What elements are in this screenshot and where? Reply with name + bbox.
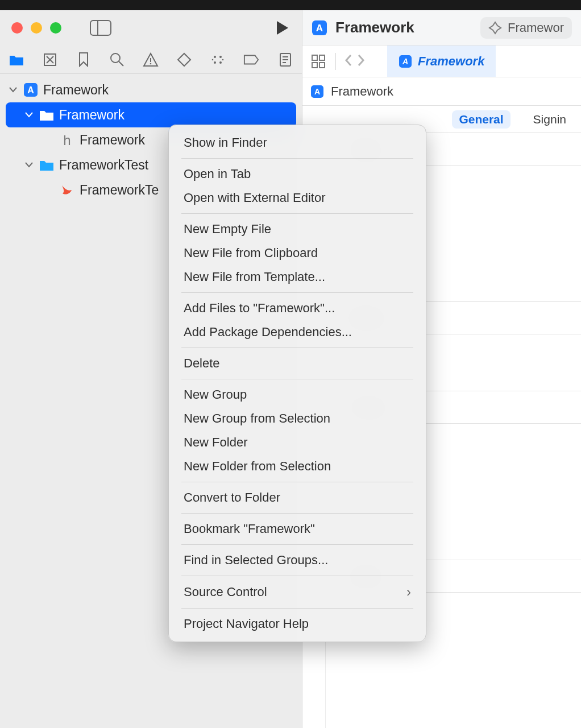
window-titlebar xyxy=(0,10,302,46)
svg-point-5 xyxy=(111,53,120,63)
swift-file-icon xyxy=(59,182,75,198)
menu-item[interactable]: New Empty File xyxy=(169,217,426,241)
sidebar-toggle-icon[interactable] xyxy=(90,20,111,36)
menu-item-label: Source Control xyxy=(184,585,267,599)
svg-rect-24 xyxy=(312,55,317,60)
source-control-navigator-icon[interactable] xyxy=(43,52,58,68)
editor-path-bar: A Framework xyxy=(302,46,581,77)
breakpoint-navigator-icon[interactable] xyxy=(243,52,259,68)
folder-icon xyxy=(39,107,55,123)
xcode-project-icon: A xyxy=(23,82,39,98)
menu-item[interactable]: Bookmark "Framework" xyxy=(169,517,426,541)
menu-item-label: Delete xyxy=(184,356,220,371)
scheme-icon xyxy=(488,21,502,35)
xcode-project-icon: A xyxy=(399,55,412,68)
tree-label: FrameworkTest xyxy=(59,158,148,173)
chevron-down-icon[interactable] xyxy=(8,85,18,95)
svg-text:A: A xyxy=(316,23,323,34)
menu-item[interactable]: Project Navigator Help xyxy=(169,612,426,636)
editor-toolbar: A Framework Framewor xyxy=(302,10,581,46)
menu-item-label: New Folder from Selection xyxy=(184,459,331,474)
menu-divider xyxy=(181,544,413,545)
nav-forward-button[interactable] xyxy=(356,53,366,69)
xcode-project-icon: A xyxy=(310,85,324,98)
svg-point-12 xyxy=(219,61,222,64)
svg-point-10 xyxy=(219,56,222,58)
editor-tab-label: Framework xyxy=(418,54,484,69)
menu-item-label: Show in Finder xyxy=(184,135,267,150)
menu-item[interactable]: Add Files to "Framework"... xyxy=(169,296,426,320)
menu-item-label: Bookmark "Framework" xyxy=(184,522,315,536)
find-navigator-icon[interactable] xyxy=(109,52,125,68)
header-file-icon: h xyxy=(59,132,75,148)
menu-item-label: Convert to Folder xyxy=(184,490,280,505)
menu-item[interactable]: New Group from Selection xyxy=(169,407,426,431)
minimize-window-button[interactable] xyxy=(31,22,42,34)
tree-label: Framework xyxy=(43,82,109,98)
chevron-down-icon[interactable] xyxy=(24,110,34,120)
menu-item[interactable]: Show in Finder xyxy=(169,131,426,155)
menu-item[interactable]: Delete xyxy=(169,351,426,375)
menu-divider xyxy=(181,379,413,379)
report-navigator-icon[interactable] xyxy=(277,52,293,68)
menu-item[interactable]: New Folder xyxy=(169,431,426,454)
scheme-selector[interactable]: Framewor xyxy=(480,17,572,39)
menu-item[interactable]: Source Control› xyxy=(169,580,426,605)
navigator-tab-bar xyxy=(0,46,302,74)
svg-point-9 xyxy=(214,56,216,58)
menu-item-label: New File from Template... xyxy=(184,270,325,284)
chevron-down-icon[interactable] xyxy=(24,160,34,170)
menu-item-label: New File from Clipboard xyxy=(184,246,318,260)
tree-row-framework-folder[interactable]: Framework xyxy=(6,102,296,127)
menu-item-label: New Folder xyxy=(184,435,247,450)
run-button[interactable] xyxy=(273,19,290,36)
menu-item[interactable]: Add Package Dependencies... xyxy=(169,320,426,344)
test-navigator-icon[interactable] xyxy=(177,52,192,68)
menu-item[interactable]: Open in Tab xyxy=(169,162,426,186)
folder-icon xyxy=(39,157,55,173)
menu-item-label: Add Files to "Framework"... xyxy=(184,301,335,316)
svg-point-8 xyxy=(150,63,152,64)
xcode-project-icon: A xyxy=(312,20,327,36)
bookmark-navigator-icon[interactable] xyxy=(76,52,91,68)
issue-navigator-icon[interactable] xyxy=(143,52,159,68)
project-navigator-tab-icon[interactable] xyxy=(9,52,24,68)
svg-text:A: A xyxy=(314,87,320,96)
menu-item-label: New Group xyxy=(184,387,247,402)
svg-point-13 xyxy=(212,59,214,60)
tab-general[interactable]: General xyxy=(452,110,510,129)
menu-item[interactable]: Convert to Folder xyxy=(169,486,426,510)
scheme-label: Framewor xyxy=(508,20,564,35)
menu-divider xyxy=(181,213,413,214)
breadcrumb-bar[interactable]: A Framework xyxy=(302,77,581,106)
maximize-window-button[interactable] xyxy=(50,22,61,34)
debug-navigator-icon[interactable] xyxy=(210,52,226,68)
svg-text:A: A xyxy=(27,85,34,95)
menu-item[interactable]: New File from Clipboard xyxy=(169,241,426,265)
breadcrumb-label: Framework xyxy=(331,84,393,99)
menu-divider xyxy=(181,513,413,514)
related-items-icon[interactable] xyxy=(309,54,327,69)
menu-divider xyxy=(181,158,413,159)
project-title[interactable]: A Framework xyxy=(312,19,414,36)
menu-item[interactable]: Find in Selected Groups... xyxy=(169,548,426,572)
window-top-shadow xyxy=(0,0,581,10)
svg-rect-26 xyxy=(312,63,317,68)
menu-item[interactable]: New Folder from Selection xyxy=(169,454,426,478)
svg-line-6 xyxy=(119,61,123,66)
menu-item[interactable]: New File from Template... xyxy=(169,265,426,289)
tree-row-project-root[interactable]: A Framework xyxy=(0,77,302,102)
menu-item[interactable]: Open with External Editor xyxy=(169,186,426,210)
tab-signing[interactable]: Signin xyxy=(526,110,573,129)
chevron-right-icon: › xyxy=(406,584,411,600)
tree-label: FrameworkTe xyxy=(80,183,159,198)
menu-item-label: Add Package Dependencies... xyxy=(184,325,352,340)
svg-text:A: A xyxy=(402,57,408,66)
menu-item[interactable]: New Group xyxy=(169,383,426,407)
nav-back-button[interactable] xyxy=(344,53,353,69)
editor-tab-framework[interactable]: A Framework xyxy=(387,46,496,77)
menu-item-label: New Group from Selection xyxy=(184,411,330,426)
close-window-button[interactable] xyxy=(11,22,23,34)
svg-point-11 xyxy=(214,61,216,64)
menu-item-label: Open with External Editor xyxy=(184,191,325,205)
